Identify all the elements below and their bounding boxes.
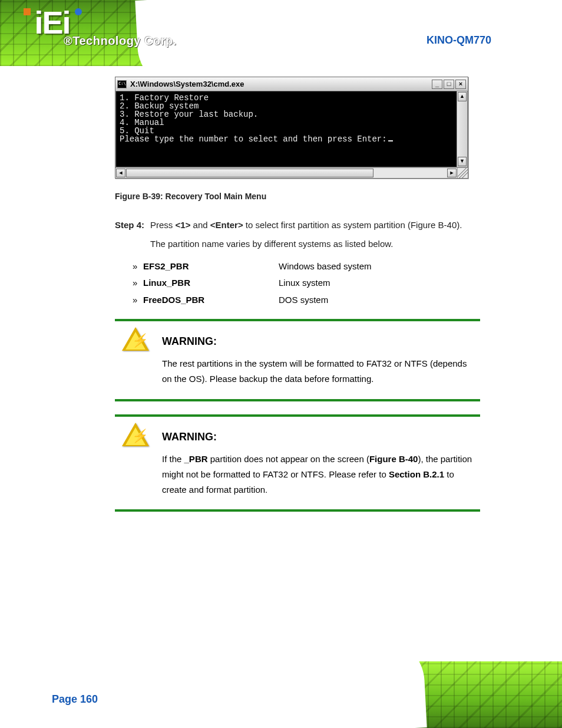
list-item: » Linux_PBR Linux system: [133, 275, 480, 292]
scroll-left-icon[interactable]: ◄: [116, 169, 125, 177]
divider: [115, 414, 480, 417]
warning-block: ⚡ WARNING: The rest partitions in the sy…: [115, 325, 480, 396]
list-item: » FreeDOS_PBR DOS system: [133, 292, 480, 309]
minimize-button[interactable]: _: [432, 80, 442, 89]
vertical-scrollbar[interactable]: ▲ ▼: [457, 91, 467, 167]
cmd-prompt: Please type the number to select and the…: [120, 134, 387, 144]
warn2-pbr: _PBR: [184, 454, 208, 464]
warn2-prefix: If the: [162, 454, 184, 464]
step-4: Step 4: Press <1> and <Enter> to select …: [115, 218, 480, 308]
page-content: X:\Windows\System32\cmd.exe _ □ × 1. Fac…: [115, 77, 480, 515]
cmd-system-icon: [117, 80, 127, 88]
bullet-icon: »: [133, 275, 143, 292]
scroll-thumb[interactable]: [126, 169, 373, 177]
divider: [115, 399, 480, 401]
scroll-up-icon[interactable]: ▲: [458, 92, 467, 101]
step4-enter: <Enter>: [210, 220, 243, 230]
warning-block: ⚡ WARNING: If the _PBR partition does no…: [115, 420, 480, 506]
resize-grip-icon[interactable]: [457, 168, 468, 178]
divider: [115, 319, 480, 321]
step-label: Step 4:: [115, 218, 144, 233]
step4-key: <1>: [176, 220, 191, 230]
warn2-fig-ref: Figure B-40: [369, 454, 418, 464]
partition-name: Linux_PBR: [143, 275, 279, 292]
partition-note: DOS system: [279, 292, 480, 309]
logo-text: iEi: [34, 5, 70, 40]
step4-text-lead: Press: [150, 220, 176, 230]
scroll-down-icon[interactable]: ▼: [458, 157, 467, 166]
cmd-titlebar[interactable]: X:\Windows\System32\cmd.exe _ □ ×: [115, 77, 468, 91]
close-button[interactable]: ×: [455, 80, 466, 89]
company-logo: iEi: [24, 8, 82, 37]
list-item: » EFS2_PBR Windows based system: [133, 258, 480, 275]
warning-title: WARNING:: [162, 431, 474, 443]
warning-text: The rest partitions in the system will b…: [162, 356, 474, 387]
page-number: Page 160: [52, 693, 98, 706]
warning-text: If the _PBR partition does not appear on…: [162, 452, 474, 498]
warning-icon: ⚡: [122, 327, 149, 351]
header-band: iEi ®Technology Corp. KINO-QM770: [0, 0, 562, 66]
partition-note: Windows based system: [279, 258, 480, 275]
cmd-window: X:\Windows\System32\cmd.exe _ □ × 1. Fac…: [115, 77, 468, 179]
warn2-mid: partition does not appear on the screen …: [208, 454, 369, 464]
cmd-output: 1. Factory Restore 2. Backup system 3. R…: [116, 91, 457, 167]
logo-accent-square-icon: [24, 8, 31, 15]
product-name: KINO-QM770: [427, 34, 491, 47]
scroll-track[interactable]: [457, 102, 467, 156]
step4-text-mid: and: [190, 220, 210, 230]
step4b-text: The partition name varies by different s…: [150, 236, 480, 252]
step4-text-tail: to select first partition as system part…: [243, 220, 462, 230]
partition-name: EFS2_PBR: [143, 258, 279, 275]
bullet-icon: »: [133, 292, 143, 309]
warn2-section-ref: Section B.2.1: [389, 469, 444, 479]
figure-caption: Figure B-39: Recovery Tool Main Menu: [115, 192, 480, 201]
bullet-icon: »: [133, 258, 143, 275]
divider: [115, 509, 480, 512]
scroll-track[interactable]: [373, 168, 447, 178]
logo-accent-dot-icon: [75, 8, 82, 15]
partition-note: Linux system: [279, 275, 480, 292]
cmd-title-text: X:\Windows\System32\cmd.exe: [130, 80, 244, 88]
maximize-button[interactable]: □: [444, 80, 454, 89]
header-white-curve: [135, 0, 562, 66]
footer-band: Page 160: [0, 661, 562, 728]
warning-icon: ⚡: [122, 423, 149, 446]
scroll-right-icon[interactable]: ►: [447, 169, 457, 177]
warning-title: WARNING:: [162, 335, 474, 348]
partition-name: FreeDOS_PBR: [143, 292, 279, 309]
cursor-icon: [388, 140, 393, 141]
partition-list: » EFS2_PBR Windows based system » Linux_…: [133, 258, 480, 309]
horizontal-scrollbar[interactable]: ◄ ►: [115, 167, 468, 178]
